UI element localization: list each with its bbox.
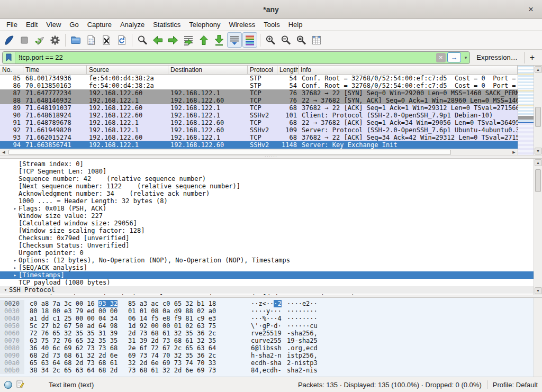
packet-row[interactable]: 8971.648191037192.168.122.60192.168.122.… [0,104,518,112]
packet-row[interactable]: 8871.648146932192.168.122.1192.168.122.6… [0,97,518,104]
packet-row[interactable]: 8568.001734936fe:54:00:d4:38:2aSTP54Conf… [0,75,518,82]
detail-line[interactable]: ▸[Timestamps] [0,271,534,279]
vscroll-thumb[interactable] [535,107,541,127]
detail-line[interactable]: 1000 .... = Header Length: 32 bytes (8) [0,197,534,205]
menu-item-view[interactable]: View [42,20,65,30]
vscroll-down-icon[interactable]: ▼ [535,148,542,154]
details-vscroll-track[interactable] [534,167,542,287]
hex-row[interactable]: 008036 40 6c 69 62 73 73 682e 6f 72 67 2… [0,344,534,352]
reload-file-button[interactable] [114,32,129,48]
packet-list-vscrollbar[interactable]: ▲ ▼ [534,66,542,155]
column-header-protocol[interactable]: Protocol [248,66,277,74]
detail-line[interactable]: Acknowledgment number: 34 (relative ack … [0,190,534,197]
detail-line[interactable]: [TCP Segment Len: 1080] [0,168,534,175]
menu-item-analyze[interactable]: Analyze [116,20,149,30]
menu-item-statistics[interactable]: Statistics [149,20,185,30]
menu-item-telephony[interactable]: Telephony [185,20,224,30]
open-file-button[interactable] [68,32,83,48]
filter-apply-button[interactable]: → [447,52,461,62]
hscroll-left-icon[interactable]: ◀ [0,150,7,155]
packet-row[interactable]: 9471.663856741192.168.122.1192.168.122.6… [0,141,518,149]
capture-options-button[interactable] [48,32,62,48]
pane-splitter[interactable]: ······ [0,155,542,159]
menu-item-help[interactable]: Help [284,20,307,30]
filter-bookmark-icon[interactable] [3,52,15,63]
hscroll-track[interactable] [7,150,510,155]
go-bottom-button[interactable] [212,32,227,48]
menu-item-tools[interactable]: Tools [259,20,284,30]
detail-line[interactable]: Urgent pointer: 0 [0,249,534,257]
detail-line[interactable]: Sequence number: 42 (relative sequence n… [0,175,534,183]
hex-row[interactable]: 00b038 34 2c 65 63 64 68 2d73 68 61 32 2… [0,367,534,374]
display-filter-input[interactable]: !tcp.port == 22 × → ▾ [2,51,470,64]
expand-arrow-icon[interactable]: ▸ [12,205,19,212]
detail-line[interactable]: [Window size scaling factor: 128] [0,227,534,234]
save-file-button[interactable]: 010101100011 [84,32,98,48]
packet-row[interactable]: 9271.661949820192.168.122.1192.168.122.6… [0,126,518,134]
restart-capture-button[interactable] [32,32,47,48]
detail-line[interactable]: [Calculated window size: 29056] [0,220,534,227]
add-filter-button[interactable]: + [525,53,540,62]
column-header-no[interactable]: No. [0,66,23,74]
zoom-out-button[interactable] [278,32,293,48]
go-top-button[interactable] [196,32,211,48]
bytes-scrollbar-track[interactable] [534,298,542,377]
expand-arrow-icon[interactable]: ▸ [12,271,19,279]
expand-arrow-icon[interactable]: ▸ [12,264,19,271]
expand-arrow-icon[interactable]: ▸ [12,257,19,264]
filter-history-caret-icon[interactable]: ▾ [462,55,470,60]
detail-line[interactable]: ▸Flags: 0x018 (PSH, ACK) [0,205,534,212]
expert-info-icon[interactable] [4,381,12,389]
detail-line[interactable]: Checksum: 0x79ed [unverified] [0,234,534,242]
column-header-source[interactable]: Source [87,66,168,74]
detail-line[interactable]: TCP payload (1080 bytes) [0,279,534,286]
packet-list-hscrollbar[interactable]: ◀ ▶ [0,149,518,155]
start-capture-button[interactable] [2,32,16,48]
go-forward-button[interactable] [166,32,180,48]
find-packet-button[interactable] [135,32,150,48]
hex-row[interactable]: 0020c0 a8 7a 3c 00 16 93 3285 a3 ac c0 6… [0,300,534,307]
column-header-info[interactable]: Info [299,66,518,74]
menu-item-wireless[interactable]: Wireless [224,20,259,30]
menu-item-go[interactable]: Go [65,20,83,30]
hex-row[interactable]: 00505c 27 b2 67 50 ad 64 981d 92 00 00 0… [0,322,534,330]
detail-line[interactable]: [Next sequence number: 1122 (relative se… [0,183,534,190]
go-to-packet-button[interactable] [181,32,196,48]
vscroll-track[interactable] [534,74,542,147]
detail-line[interactable]: Window size value: 227 [0,212,534,220]
packet-row[interactable]: 9371.662015274192.168.122.60192.168.122.… [0,134,518,141]
hex-row[interactable]: 003080 18 00 e3 79 ed 00 0001 01 08 0a d… [0,307,534,315]
expression-button[interactable]: Expression… [470,53,523,61]
zoom-original-button[interactable] [294,32,309,48]
stop-capture-button[interactable] [17,32,32,48]
vscroll-up-icon[interactable]: ▲ [535,66,542,73]
hex-row[interactable]: 009068 2d 73 68 61 32 2d 6e69 73 74 70 3… [0,352,534,359]
column-header-length[interactable]: Length [277,66,299,74]
hex-row[interactable]: 006072 76 65 32 35 35 31 392d 73 68 61 3… [0,330,534,337]
menu-item-capture[interactable]: Capture [83,20,116,30]
detail-line[interactable]: [Checksum Status: Unverified] [0,242,534,249]
detail-line[interactable]: [Stream index: 0] [0,160,534,168]
detail-line[interactable]: ▾SSH Protocol [0,286,534,294]
intelligent-scrollbar-minimap[interactable] [518,66,534,155]
go-back-button[interactable] [150,32,165,48]
hscroll-right-icon[interactable]: ▶ [510,150,518,155]
packet-row[interactable]: 9071.648618924192.168.122.60192.168.122.… [0,112,518,119]
auto-scroll-button[interactable] [227,32,242,48]
details-vscroll-down-icon[interactable]: ▼ [535,287,542,294]
column-header-destination[interactable]: Destination [168,66,248,74]
menu-item-edit[interactable]: Edit [22,20,42,30]
close-file-button[interactable] [99,32,114,48]
colorize-button[interactable] [242,32,257,48]
collapse-arrow-icon[interactable]: ▾ [2,286,9,294]
hscroll-thumb[interactable] [8,150,451,155]
details-vscroll-up-icon[interactable]: ▲ [535,159,542,166]
packet-row[interactable]: 8670.013850163fe:54:00:d4:38:2aSTP54Conf… [0,82,518,89]
detail-line[interactable]: ▸[SEQ/ACK analysis] [0,264,534,271]
menu-item-file[interactable]: File [2,20,22,30]
filter-clear-button[interactable]: × [436,53,446,62]
hex-row[interactable]: 007063 75 72 76 65 32 35 3531 39 2d 73 6… [0,337,534,344]
profile-button[interactable]: Profile: Default [493,381,538,389]
resize-columns-button[interactable] [309,32,324,48]
capture-comment-icon[interactable] [16,380,24,390]
